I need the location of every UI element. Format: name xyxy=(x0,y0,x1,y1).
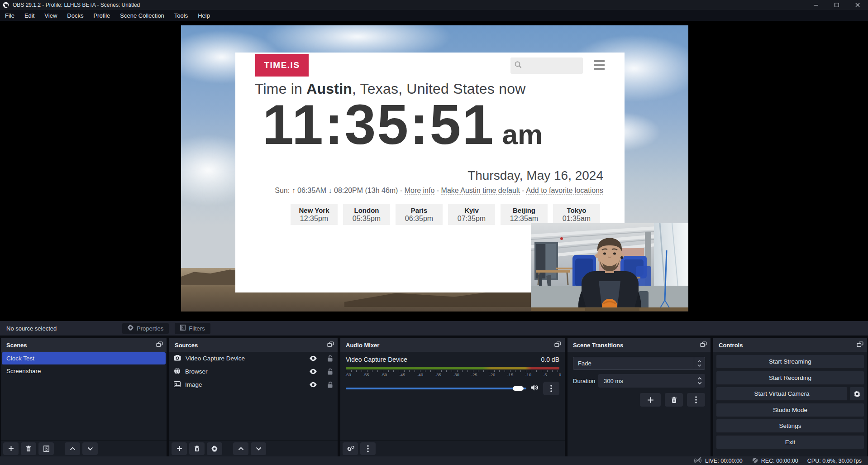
speaker-icon[interactable] xyxy=(530,384,539,393)
webcam-overlay[interactable] xyxy=(531,223,688,311)
dock-popout-icon[interactable] xyxy=(327,341,334,349)
clock-time: 11:35:51 xyxy=(262,92,495,157)
search-input xyxy=(522,62,577,69)
transition-select-spinner[interactable] xyxy=(694,357,705,369)
city-new-york: New York12:35pm xyxy=(291,204,338,225)
source-down-button[interactable] xyxy=(251,442,266,455)
scene-down-button[interactable] xyxy=(82,442,98,455)
remove-source-button[interactable] xyxy=(189,442,205,455)
dock-popout-icon[interactable] xyxy=(156,341,163,349)
maximize-button[interactable] xyxy=(826,0,847,10)
make-default-link: Make Austin time default xyxy=(441,187,520,195)
meter-scale: -60-55-50-45-40-35-30-25-20-15-10-50 xyxy=(345,372,561,377)
remove-scene-button[interactable] xyxy=(21,442,36,455)
volume-slider[interactable] xyxy=(346,388,526,389)
lock-icon[interactable] xyxy=(327,355,333,362)
cpu-fps-stats: CPU: 0.6%, 30.00 fps xyxy=(807,458,862,464)
camera-icon xyxy=(174,355,181,362)
obs-window: OBS 29.1.2 - Profile: LLHLS BETA - Scene… xyxy=(0,0,868,465)
menu-scene-collection[interactable]: Scene Collection xyxy=(115,10,169,21)
clock-display: 11:35:51 am xyxy=(262,92,543,157)
preview-canvas[interactable]: TIME.IS Time in Austin, Texas, United St… xyxy=(0,21,868,321)
globe-icon xyxy=(174,368,181,376)
properties-button[interactable]: Properties xyxy=(122,323,169,334)
city-beijing: Beijing12:35am xyxy=(501,204,548,225)
exit-button[interactable]: Exit xyxy=(716,435,864,449)
menu-help[interactable]: Help xyxy=(193,10,215,21)
audio-mixer-title: Audio Mixer xyxy=(346,342,379,349)
menu-file[interactable]: File xyxy=(0,10,19,21)
start-recording-button[interactable]: Start Recording xyxy=(716,371,864,385)
transition-menu-button[interactable] xyxy=(687,393,705,407)
sun-info-line: Sun: ↑ 06:35AM ↓ 08:20PM (13h 46m) - Mor… xyxy=(275,187,603,195)
menu-docks[interactable]: Docks xyxy=(62,10,88,21)
remove-transition-button[interactable] xyxy=(665,393,683,407)
obs-logo-icon xyxy=(3,2,9,8)
scenes-title: Scenes xyxy=(6,342,27,349)
city-kyiv: Kyiv07:35pm xyxy=(448,204,495,225)
scene-item-clock-test[interactable]: Clock Test xyxy=(2,352,166,364)
site-menu-icon xyxy=(594,60,605,72)
source-item-video-capture[interactable]: Video Capture Device xyxy=(169,352,338,365)
add-scene-button[interactable] xyxy=(3,442,19,455)
sources-panel: Sources Video Capture Device Browser xyxy=(169,338,338,456)
duration-label: Duration xyxy=(573,378,598,384)
scene-up-button[interactable] xyxy=(65,442,80,455)
source-toolbar: No source selected Properties Filters xyxy=(0,321,868,336)
eye-icon[interactable] xyxy=(309,369,317,374)
close-button[interactable] xyxy=(847,0,868,10)
mixer-menu-button[interactable] xyxy=(360,442,376,455)
mixer-channel-name: Video Capture Device xyxy=(346,356,407,363)
lock-icon[interactable] xyxy=(327,368,333,375)
sources-title: Sources xyxy=(175,342,198,349)
status-bar: LIVE: 00:00:00 REC: 00:00:00 CPU: 0.6%, … xyxy=(0,456,868,465)
minimize-button[interactable] xyxy=(806,0,826,10)
volume-slider-handle[interactable] xyxy=(513,386,524,391)
duration-up-icon xyxy=(697,377,702,380)
image-icon xyxy=(174,381,181,388)
stream-status-icon xyxy=(693,457,702,465)
window-title: OBS 29.1.2 - Profile: LLHLS BETA - Scene… xyxy=(13,2,140,8)
menu-view[interactable]: View xyxy=(39,10,62,21)
search-icon xyxy=(514,61,522,71)
lock-icon[interactable] xyxy=(327,381,333,388)
eye-icon[interactable] xyxy=(309,355,317,361)
gear-icon xyxy=(128,325,134,332)
menu-profile[interactable]: Profile xyxy=(88,10,115,21)
start-virtual-camera-button[interactable]: Start Virtual Camera xyxy=(716,387,848,401)
program-video[interactable]: TIME.IS Time in Austin, Texas, United St… xyxy=(181,25,688,312)
source-item-image[interactable]: Image xyxy=(169,378,338,391)
timeis-logo: TIME.IS xyxy=(255,54,309,77)
mixer-channel-menu-button[interactable] xyxy=(543,382,559,395)
scene-item-screenshare[interactable]: Screenshare xyxy=(2,365,166,377)
studio-mode-button[interactable]: Studio Mode xyxy=(716,403,864,417)
dock-popout-icon[interactable] xyxy=(700,341,707,349)
source-properties-button[interactable] xyxy=(207,442,222,455)
record-status-icon xyxy=(752,457,758,465)
duration-spinbox[interactable]: 300 ms xyxy=(598,374,705,388)
settings-button[interactable]: Settings xyxy=(716,419,864,433)
mixer-level-db: 0.0 dB xyxy=(541,356,559,363)
menu-bar: File Edit View Docks Profile Scene Colle… xyxy=(0,10,868,21)
scene-transitions-panel: Scene Transitions Fade Duration 300 ms xyxy=(568,338,711,456)
transition-select[interactable]: Fade xyxy=(573,357,705,370)
date-line: Thursday, May 16, 2024 xyxy=(467,168,603,183)
filters-button[interactable]: Filters xyxy=(175,323,210,334)
transition-selected-value: Fade xyxy=(573,360,694,367)
scene-filters-button[interactable] xyxy=(38,442,54,455)
start-streaming-button[interactable]: Start Streaming xyxy=(716,355,864,369)
source-item-browser[interactable]: Browser xyxy=(169,365,338,378)
eye-icon[interactable] xyxy=(309,382,317,388)
source-up-button[interactable] xyxy=(233,442,248,455)
menu-tools[interactable]: Tools xyxy=(169,10,193,21)
menu-edit[interactable]: Edit xyxy=(19,10,39,21)
clock-meridiem: am xyxy=(502,118,543,150)
dock-popout-icon[interactable] xyxy=(554,341,561,349)
audio-mixer-panel: Audio Mixer Video Capture Device 0.0 dB … xyxy=(340,338,565,456)
live-time: LIVE: 00:00:00 xyxy=(705,458,743,464)
add-transition-button[interactable] xyxy=(640,393,661,407)
virtual-camera-config-button[interactable] xyxy=(849,387,864,401)
advanced-audio-button[interactable] xyxy=(343,442,358,455)
dock-popout-icon[interactable] xyxy=(857,341,863,349)
add-source-button[interactable] xyxy=(172,442,187,455)
